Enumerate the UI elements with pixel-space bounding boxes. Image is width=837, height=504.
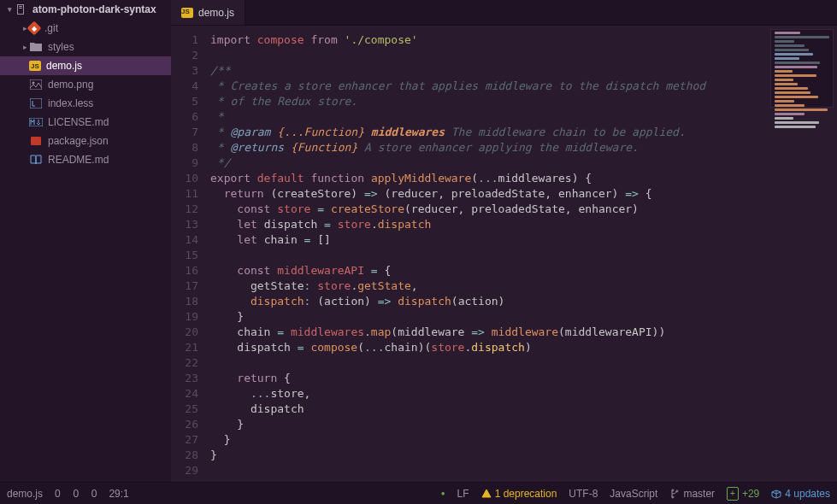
line-number: 3 bbox=[171, 63, 198, 79]
editor-area: JS demo.js 12345678910111213141516171819… bbox=[171, 0, 837, 482]
svg-point-1 bbox=[32, 82, 35, 85]
file-tree[interactable]: ▾ atom-photon-dark-syntax ▸◆.git▸stylesJ… bbox=[0, 0, 171, 482]
line-number: 22 bbox=[171, 355, 198, 371]
repo-icon bbox=[14, 3, 27, 16]
tree-item-index-less[interactable]: index.less bbox=[0, 94, 171, 113]
line-number: 11 bbox=[171, 186, 198, 202]
line-number: 17 bbox=[171, 278, 198, 294]
tree-item-label: demo.png bbox=[48, 79, 93, 91]
code-line[interactable]: * of the Redux store. bbox=[210, 94, 837, 109]
status-updates[interactable]: 4 updates bbox=[771, 488, 830, 500]
status-git-diff[interactable]: + +29 bbox=[727, 487, 759, 501]
line-number: 14 bbox=[171, 232, 198, 248]
status-language[interactable]: JavaScript bbox=[610, 488, 657, 500]
code-line[interactable] bbox=[210, 48, 837, 63]
code-line[interactable]: */ bbox=[210, 155, 837, 171]
tab-demo-js[interactable]: JS demo.js bbox=[171, 0, 245, 25]
code-line[interactable]: } bbox=[210, 417, 837, 432]
code-line[interactable]: const store = createStore(reducer, prelo… bbox=[210, 202, 837, 217]
status-branch[interactable]: master bbox=[669, 488, 715, 500]
code-line[interactable]: /** bbox=[210, 63, 837, 79]
minimap[interactable] bbox=[770, 29, 834, 108]
code-line[interactable]: * Creates a store enhancer that applies … bbox=[210, 79, 837, 94]
code-line[interactable]: } bbox=[210, 448, 837, 463]
less-icon bbox=[29, 97, 43, 110]
status-encoding[interactable]: UTF-8 bbox=[569, 488, 598, 500]
tree-item-label: package.json bbox=[48, 135, 109, 147]
status-deprecation[interactable]: 1 deprecation bbox=[481, 488, 557, 500]
code-line[interactable]: return { bbox=[210, 371, 837, 386]
svg-rect-2 bbox=[30, 98, 42, 108]
code-editor[interactable]: 1234567891011121314151617181920212223242… bbox=[171, 26, 837, 482]
tree-item-label: index.less bbox=[48, 97, 93, 109]
line-number: 6 bbox=[171, 109, 198, 125]
json-icon bbox=[29, 134, 43, 148]
line-number: 18 bbox=[171, 294, 198, 309]
line-number: 27 bbox=[171, 432, 198, 448]
tab-bar[interactable]: JS demo.js bbox=[171, 0, 837, 26]
git-branch-icon bbox=[669, 489, 680, 499]
status-line-ending[interactable]: LF bbox=[457, 488, 469, 500]
code-content[interactable]: import compose from './compose' /** * Cr… bbox=[207, 26, 837, 482]
line-number: 2 bbox=[171, 48, 198, 63]
code-line[interactable]: ...store, bbox=[210, 386, 837, 401]
code-line[interactable]: export default function applyMiddleware(… bbox=[210, 171, 837, 186]
line-number: 25 bbox=[171, 401, 198, 417]
code-line[interactable]: import compose from './compose' bbox=[210, 32, 837, 48]
code-line[interactable] bbox=[210, 355, 837, 371]
code-line[interactable]: return (createStore) => (reducer, preloa… bbox=[210, 186, 837, 202]
line-number: 23 bbox=[171, 371, 198, 386]
folder-icon bbox=[29, 40, 43, 54]
tree-item-LICENSE-md[interactable]: LICENSE.md bbox=[0, 113, 171, 132]
code-line[interactable]: chain = middlewares.map(middleware => mi… bbox=[210, 325, 837, 340]
chevron-down-icon: ▾ bbox=[5, 5, 14, 14]
git-icon: ◆ bbox=[27, 21, 42, 36]
tree-item-label: .git bbox=[44, 22, 58, 34]
code-line[interactable]: const middlewareAPI = { bbox=[210, 263, 837, 278]
project-root[interactable]: ▾ atom-photon-dark-syntax bbox=[0, 0, 171, 19]
tab-label: demo.js bbox=[198, 7, 234, 19]
code-line[interactable]: getState: store.getState, bbox=[210, 278, 837, 294]
chevron-right-icon: ▸ bbox=[21, 43, 29, 51]
code-line[interactable] bbox=[210, 248, 837, 263]
tree-item-label: styles bbox=[48, 41, 74, 53]
code-line[interactable]: dispatch = compose(...chain)(store.dispa… bbox=[210, 340, 837, 355]
image-icon bbox=[29, 78, 43, 91]
code-line[interactable]: * @returns {Function} A store enhancer a… bbox=[210, 140, 837, 155]
line-number: 7 bbox=[171, 125, 198, 140]
status-bar: demo.js 0 0 0 29:1 ● LF 1 deprecation UT… bbox=[0, 482, 837, 504]
tree-item-demo-png[interactable]: demo.png bbox=[0, 75, 171, 94]
line-number: 15 bbox=[171, 248, 198, 263]
code-line[interactable]: let dispatch = store.dispatch bbox=[210, 217, 837, 232]
line-number: 24 bbox=[171, 386, 198, 401]
code-line[interactable]: } bbox=[210, 309, 837, 325]
status-file[interactable]: demo.js bbox=[7, 488, 43, 500]
code-line[interactable] bbox=[210, 463, 837, 478]
line-number: 1 bbox=[171, 32, 198, 48]
tree-item-demo-js[interactable]: JSdemo.js bbox=[0, 56, 171, 75]
status-diagnostics[interactable]: 0 0 0 bbox=[55, 488, 97, 500]
tree-item-label: README.md bbox=[48, 154, 109, 166]
tree-item-label: demo.js bbox=[46, 60, 82, 72]
code-line[interactable]: let chain = [] bbox=[210, 232, 837, 248]
code-line[interactable]: * bbox=[210, 109, 837, 125]
tree-item-package-json[interactable]: package.json bbox=[0, 132, 171, 150]
tree-item-README-md[interactable]: README.md bbox=[0, 150, 171, 169]
line-number: 12 bbox=[171, 202, 198, 217]
tree-item-styles[interactable]: ▸styles bbox=[0, 38, 171, 56]
status-cursor[interactable]: 29:1 bbox=[109, 488, 128, 500]
code-line[interactable]: dispatch bbox=[210, 401, 837, 417]
line-number: 5 bbox=[171, 94, 198, 109]
line-number: 21 bbox=[171, 340, 198, 355]
line-number: 20 bbox=[171, 325, 198, 340]
line-number: 16 bbox=[171, 263, 198, 278]
tree-item--git[interactable]: ▸◆.git bbox=[0, 19, 171, 38]
line-number: 10 bbox=[171, 171, 198, 186]
code-line[interactable]: dispatch: (action) => dispatch(action) bbox=[210, 294, 837, 309]
code-line[interactable]: } bbox=[210, 432, 837, 448]
line-number: 28 bbox=[171, 448, 198, 463]
code-line[interactable]: * @param {...Function} middlewares The m… bbox=[210, 125, 837, 140]
project-name: atom-photon-dark-syntax bbox=[32, 3, 156, 15]
line-gutter: 1234567891011121314151617181920212223242… bbox=[171, 26, 207, 482]
line-number: 9 bbox=[171, 155, 198, 171]
